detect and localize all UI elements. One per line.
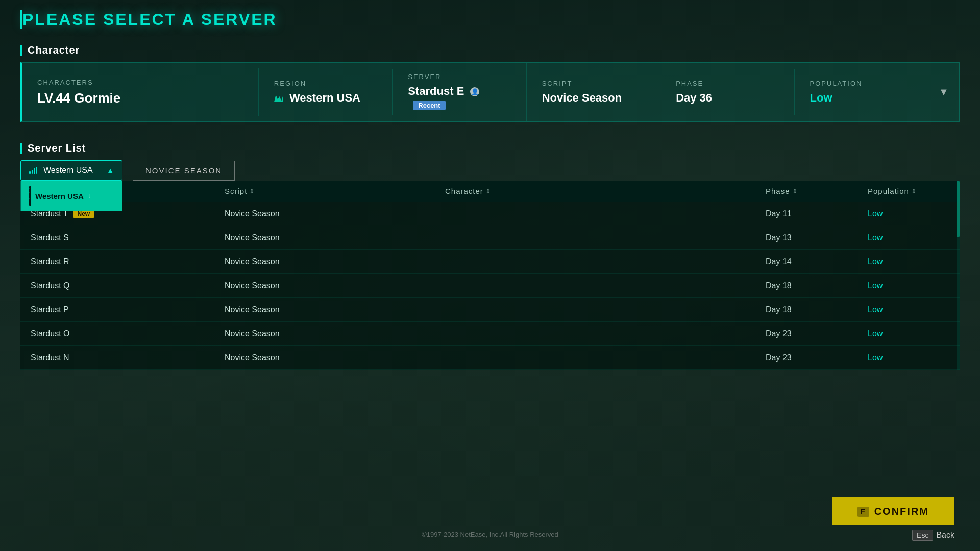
signal-icon	[29, 167, 37, 174]
population-value: Low	[810, 91, 913, 105]
td-population-5: Low	[857, 329, 960, 338]
th-script[interactable]: Script ⇕	[214, 187, 435, 195]
table-body: Stardust T New Novice Season Day 11 Low …	[20, 202, 960, 370]
phase-value: Day 36	[676, 91, 778, 105]
server-name-4: Stardust P	[31, 305, 69, 314]
td-script-4: Novice Season	[214, 305, 435, 314]
server-name-1: Stardust S	[31, 233, 69, 242]
table-row[interactable]: Stardust T New Novice Season Day 11 Low	[20, 202, 960, 226]
td-script-2: Novice Season	[214, 257, 435, 266]
td-server-4: Stardust P	[20, 305, 214, 314]
server-value: Stardust E 👤 Recent	[408, 85, 510, 111]
region-signal-icon	[274, 95, 283, 102]
td-population-3: Low	[857, 281, 960, 290]
td-phase-3: Day 18	[755, 281, 857, 290]
td-phase-5: Day 23	[755, 329, 857, 338]
server-name-2: Stardust R	[31, 257, 69, 266]
section-bar	[20, 45, 22, 56]
table-row[interactable]: Stardust P Novice Season Day 18 Low	[20, 298, 960, 322]
table-row[interactable]: Stardust S Novice Season Day 13 Low	[20, 226, 960, 250]
server-label: SERVER	[408, 73, 510, 81]
scrollbar-thumb[interactable]	[957, 181, 960, 237]
td-phase-1: Day 13	[755, 233, 857, 242]
script-col: SCRIPT Novice Season	[527, 69, 660, 115]
region-dropdown-selected: Western USA	[43, 166, 93, 175]
sort-icon-phase: ⇕	[792, 188, 798, 195]
population-col: POPULATION Low	[795, 69, 928, 115]
server-name-6: Stardust N	[31, 353, 69, 362]
server-list-label: Server List	[28, 142, 86, 154]
server-name-5: Stardust O	[31, 329, 69, 338]
region-dropdown[interactable]: Western USA ▲	[20, 160, 122, 181]
td-phase-2: Day 14	[755, 257, 857, 266]
signal-icon-item	[29, 186, 31, 206]
td-script-1: Novice Season	[214, 233, 435, 242]
server-col: SERVER Stardust E 👤 Recent	[393, 63, 526, 121]
region-dropdown-container: Western USA ▲ Western USA ↓	[20, 160, 122, 181]
characters-label: CHARACTERS	[37, 79, 243, 86]
sort-icon-character: ⇕	[485, 188, 491, 195]
phase-label: PHASE	[676, 80, 778, 87]
th-character[interactable]: Character ⇕	[435, 187, 755, 195]
page-title: PLEASE SELECT A SERVER	[20, 10, 960, 29]
td-server-5: Stardust O	[20, 329, 214, 338]
server-name-3: Stardust Q	[31, 281, 69, 290]
population-label: POPULATION	[810, 80, 913, 87]
region-col: REGION Western USA	[259, 69, 393, 115]
table-row[interactable]: Stardust N Novice Season Day 23 Low	[20, 346, 960, 370]
td-phase-6: Day 23	[755, 353, 857, 362]
cursor-indicator: ↓	[88, 192, 91, 199]
character-card: CHARACTERS LV.44 Gormie REGION Western U…	[20, 62, 960, 122]
td-phase-0: Day 11	[755, 209, 857, 218]
script-label: SCRIPT	[542, 80, 645, 87]
card-chevron[interactable]: ▼	[928, 76, 959, 108]
dropdown-item-western-usa[interactable]: Western USA ↓	[21, 181, 122, 211]
td-population-2: Low	[857, 257, 960, 266]
table-row[interactable]: Stardust R Novice Season Day 14 Low	[20, 250, 960, 274]
server-list-section: Server List Western USA ▲	[20, 142, 960, 370]
sort-icon-population: ⇕	[911, 188, 917, 195]
server-table: Server Script ⇕ Character ⇕ Phase ⇕ Popu…	[20, 181, 960, 370]
region-dropdown-menu: Western USA ↓	[20, 181, 122, 211]
char-name-col: CHARACTERS LV.44 Gormie	[22, 68, 259, 116]
td-population-4: Low	[857, 305, 960, 314]
server-list-header: Server List	[20, 142, 960, 154]
table-row[interactable]: Stardust O Novice Season Day 23 Low	[20, 322, 960, 346]
td-server-3: Stardust Q	[20, 281, 214, 290]
scrollbar[interactable]	[957, 181, 960, 370]
sort-icon-script: ⇕	[249, 188, 255, 195]
recent-badge: Recent	[413, 101, 445, 110]
td-phase-4: Day 18	[755, 305, 857, 314]
novice-season-filter-button[interactable]: NOVICE SEASON	[133, 161, 235, 181]
th-phase[interactable]: Phase ⇕	[755, 187, 857, 195]
chevron-down-icon: ▼	[939, 86, 949, 98]
script-value: Novice Season	[542, 91, 645, 105]
td-population-0: Low	[857, 209, 960, 218]
table-header: Server Script ⇕ Character ⇕ Phase ⇕ Popu…	[20, 181, 960, 202]
td-population-1: Low	[857, 233, 960, 242]
td-server-1: Stardust S	[20, 233, 214, 242]
region-value: Western USA	[274, 91, 377, 105]
td-script-3: Novice Season	[214, 281, 435, 290]
character-section-label: Character	[28, 44, 80, 56]
dropdown-item-label: Western USA	[35, 192, 84, 201]
td-server-6: Stardust N	[20, 353, 214, 362]
region-label: REGION	[274, 80, 377, 87]
td-population-6: Low	[857, 353, 960, 362]
table-row[interactable]: Stardust Q Novice Season Day 18 Low	[20, 274, 960, 298]
td-script-6: Novice Season	[214, 353, 435, 362]
character-name: LV.44 Gormie	[37, 90, 243, 106]
character-section-header: Character	[20, 44, 960, 56]
td-script-0: Novice Season	[214, 209, 435, 218]
td-server-2: Stardust R	[20, 257, 214, 266]
section-bar-2	[20, 143, 22, 154]
th-population[interactable]: Population ⇕	[857, 187, 960, 195]
filter-row: Western USA ▲ Western USA ↓	[20, 160, 960, 181]
phase-col: PHASE Day 36	[660, 69, 794, 115]
td-script-5: Novice Season	[214, 329, 435, 338]
dropdown-arrow-icon: ▲	[107, 166, 114, 174]
